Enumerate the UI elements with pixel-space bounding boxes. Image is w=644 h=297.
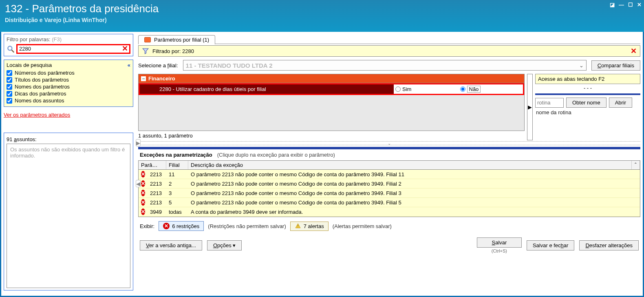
exception-row[interactable]: ✕22133O parâmetro 2213 não pode conter o… (139, 188, 640, 198)
left-column: Filtro por palavras: (F3) 2280 ✕ Loca (1, 32, 136, 296)
exc-title: Exceções na parametrização (140, 152, 212, 158)
window-maximize-icon[interactable]: ☐ (628, 2, 633, 8)
rotina-input[interactable] (535, 98, 564, 108)
salvar-button[interactable]: Salvar (477, 237, 522, 248)
exceptions-grid: Parâ… Filial Descrição da exceção ˆ ✕221… (138, 160, 640, 217)
assuntos-message: Os assuntos não são exibidos quando um f… (7, 144, 130, 288)
chevron-down-icon[interactable]: ⌄ (579, 62, 584, 69)
status-line: 1 assunto, 1 parâmetro (138, 131, 525, 140)
param-desc: 2280 - Utilizar cadastro de dias útieis … (139, 83, 394, 95)
param-grid: − Financeiro 2280 - Utilizar cadastro de… (138, 74, 525, 131)
window-restore-icon[interactable]: ◪ (610, 2, 615, 8)
group-financeiro[interactable]: − Financeiro (139, 74, 524, 83)
tab-strip: Parâmetros por filial (1) (138, 33, 640, 46)
collapse-group-icon[interactable]: − (141, 76, 146, 81)
folder-icon (144, 37, 151, 42)
window-title: 132 - Parâmetros da presidência (5, 2, 159, 15)
side-expander[interactable]: ▶ (527, 74, 533, 140)
desfazer-button[interactable]: Desfazer alterações (579, 240, 639, 250)
content-area: Filtro por palavras: (F3) 2280 ✕ Loca (0, 32, 644, 297)
abrir-button[interactable]: Abrir (609, 98, 632, 108)
locais-panel: Locais de pesquisa « Números dos parâmet… (4, 60, 133, 107)
filter-label: Filtro por palavras: (F3) (7, 36, 130, 42)
error-icon: ✕ (141, 190, 145, 196)
exception-row[interactable]: ✕22132O parâmetro 2213 não pode conter o… (139, 179, 640, 188)
window-minimize-icon[interactable]: — (619, 2, 624, 8)
error-icon: ✕ (141, 171, 145, 177)
tab-parametros-filial[interactable]: Parâmetros por filial (1) (138, 35, 215, 44)
error-icon: ✕ (141, 180, 145, 187)
filial-select[interactable]: 11 - TESTANDO TUDO LTDA 2 ⌄ (183, 60, 587, 71)
check-titulos[interactable]: Títulos dos parâmetros (7, 77, 130, 83)
clear-active-filter-icon[interactable]: ✕ (631, 47, 637, 55)
filter-input[interactable]: 2280 (16, 44, 130, 54)
locais-title: Locais de pesquisa (7, 62, 52, 68)
window-close-icon[interactable]: ✕ (637, 2, 642, 8)
horizontal-splitter[interactable]: ⌄ (138, 141, 640, 145)
nome-rotina-text: nome da rotina (535, 108, 640, 117)
svg-line-1 (12, 50, 14, 53)
svg-rect-3 (298, 227, 298, 227)
svg-rect-2 (298, 225, 298, 227)
right-column: Parâmetros por filial (1) Filtrado por: … (136, 32, 643, 296)
warning-icon (295, 223, 301, 229)
filter-panel: Filtro por palavras: (F3) 2280 ✕ (4, 34, 133, 56)
param-opt-nao[interactable]: Não (459, 86, 523, 93)
collapse-locais-icon[interactable]: « (128, 62, 130, 68)
side-hint: Acesse as abas teclando F2 (535, 74, 640, 84)
svg-point-0 (8, 46, 12, 50)
exception-row[interactable]: ✕3949todasA conta do parâmetro 3949 deve… (139, 207, 640, 217)
window-subtitle: Distribuição e Varejo (Linha WinThor) (5, 17, 159, 23)
filter-bar-text: Filtrado por: 2280 (152, 48, 194, 54)
salvar-hint: (Ctrl+S) (492, 248, 507, 253)
exhibit-label: Exibir: (140, 223, 154, 229)
ver-alterados-link[interactable]: Ver os parâmetros alterados (4, 112, 133, 118)
col-desc[interactable]: Descrição da exceção (188, 161, 632, 169)
check-dicas[interactable]: Dicas dos parâmetros (7, 91, 130, 97)
alertas-pill[interactable]: 7 alertas (290, 222, 329, 231)
obter-nome-button[interactable]: Obter nome (566, 98, 607, 108)
funnel-icon (142, 47, 149, 55)
app-window: 132 - Parâmetros da presidência Distribu… (0, 0, 644, 297)
magnifier-icon (7, 45, 15, 53)
comparar-filiais-button[interactable]: Comparar filiais (591, 60, 640, 71)
col-param[interactable]: Parâ… (139, 161, 166, 169)
check-nomes-param[interactable]: Nomes dos parâmetros (7, 84, 130, 90)
check-numeros[interactable]: Números dos parâmetros (7, 70, 130, 76)
opcoes-button[interactable]: Opções ▾ (207, 240, 242, 250)
clear-filter-icon[interactable]: ✕ (122, 44, 128, 53)
col-filial[interactable]: Filial (166, 161, 188, 169)
side-panel: Acesse as abas teclando F2 - - - Obter n… (535, 74, 640, 140)
exception-row[interactable]: ✕22135O parâmetro 2213 não pode conter o… (139, 198, 640, 207)
ver-versao-antiga-button[interactable]: Ver a versão antiga... (140, 240, 202, 250)
exception-row[interactable]: ✕221311O parâmetro 2213 não pode conter … (139, 170, 640, 179)
active-filter-bar: Filtrado por: 2280 ✕ (138, 45, 640, 57)
param-opt-sim[interactable]: Sim (394, 86, 459, 92)
error-icon: ✕ (141, 199, 145, 206)
assuntos-panel: 91 assuntos: Os assuntos não são exibido… (4, 133, 133, 290)
side-dashes: - - - (535, 84, 640, 92)
restricoes-pill[interactable]: ✕ 6 restrições (159, 221, 204, 231)
salvar-fechar-button[interactable]: Salvar e fechar (527, 240, 574, 250)
title-bar: 132 - Parâmetros da presidência Distribu… (0, 0, 644, 32)
vertical-splitter[interactable]: ▶◀ (135, 122, 141, 204)
param-row-2280[interactable]: 2280 - Utilizar cadastro de dias útieis … (139, 83, 524, 95)
scroll-up-icon[interactable]: ˆ (632, 161, 640, 169)
error-icon: ✕ (141, 208, 145, 215)
exc-sub: (Clique duplo na exceção para exibir o p… (217, 152, 335, 158)
check-nomes-assuntos[interactable]: Nomes dos assuntos (7, 98, 130, 104)
filial-row: Selecione a filial: 11 - TESTANDO TUDO L… (138, 60, 640, 71)
error-icon: ✕ (163, 223, 170, 229)
exhibit-row: Exibir: ✕ 6 restrições (Restrições não p… (138, 217, 640, 235)
